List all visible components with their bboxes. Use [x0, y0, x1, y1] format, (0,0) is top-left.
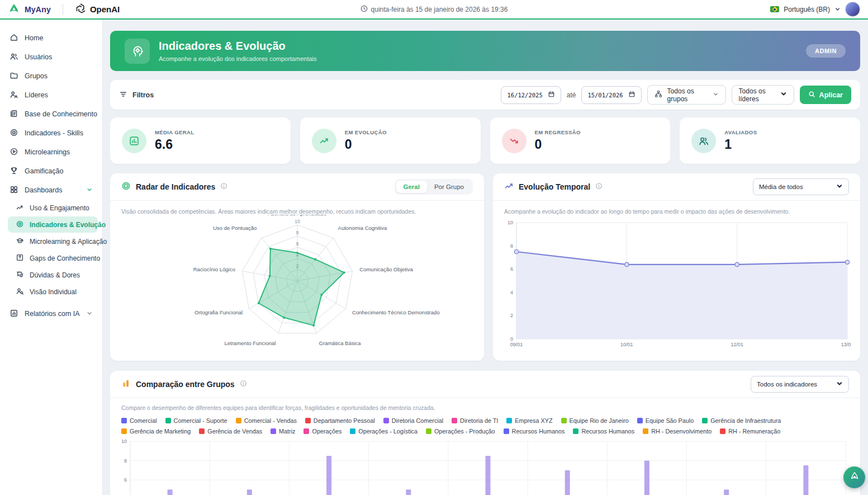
org-icon	[654, 90, 662, 100]
radar-description: Visão consolidada de competências. Áreas…	[119, 208, 475, 215]
evolution-metric-select[interactable]: Média de todos	[753, 178, 849, 195]
sidebar-item-uso-engajamento[interactable]: Uso & Engajamento	[8, 200, 98, 216]
date-from-input[interactable]: 16/12/2025	[501, 86, 561, 104]
legend-item[interactable]: Gerência de Infraestrutura	[702, 417, 781, 424]
toggle-geral[interactable]: Geral	[396, 181, 427, 193]
avatar[interactable]	[845, 2, 860, 17]
legend-item[interactable]: Gerência de Vendas	[199, 428, 262, 435]
chevron-down-icon	[713, 91, 719, 99]
legend-label: Comercial - Vendas	[244, 417, 297, 424]
trending-down-icon	[502, 129, 527, 153]
search-icon	[808, 91, 815, 100]
legend-item[interactable]: Operações - Logística	[350, 428, 418, 435]
legend-item[interactable]: Comercial - Vendas	[236, 417, 297, 424]
sidebar-item-dashboards[interactable]: Dashboards	[0, 181, 102, 200]
apply-button[interactable]: Aplicar	[800, 86, 851, 104]
stat-card-em-regressao: EM REGRESSÃO 0	[490, 117, 671, 164]
legend-item[interactable]: Operações	[303, 428, 341, 435]
home-icon	[10, 33, 18, 44]
legend-swatch	[383, 418, 389, 423]
folder-icon	[10, 71, 18, 82]
radar-chart: 246810Abertura ao AprendizadoAutonomia C…	[119, 215, 475, 351]
svg-text:Letramento Funcional: Letramento Funcional	[225, 340, 276, 346]
sidebar-item-grupos[interactable]: Grupos	[0, 67, 102, 86]
svg-text:0: 0	[510, 336, 513, 342]
clock-icon	[361, 5, 368, 14]
legend-item[interactable]: Equipe São Paulo	[637, 417, 694, 424]
users-icon	[10, 52, 18, 63]
legend-item[interactable]: Comercial	[121, 417, 157, 424]
radar-target-icon	[121, 181, 131, 193]
svg-text:10: 10	[121, 439, 127, 444]
sidebar-item-lideres[interactable]: Líderes	[0, 86, 102, 105]
graduation-cap-icon	[16, 237, 24, 247]
sidebar-item-microlearning-aplicacao[interactable]: Microlearning & Aplicação	[8, 233, 98, 249]
calendar-icon	[548, 91, 555, 99]
legend-label: Recursos Humanos	[512, 428, 565, 435]
legend-item[interactable]: Empresa XYZ	[506, 417, 552, 424]
legend-item[interactable]: Departamento Pessoal	[305, 417, 375, 424]
svg-text:Conhecimento Técnico Demonstra: Conhecimento Técnico Demonstrado	[352, 309, 440, 315]
language-selector[interactable]: Português (BR)	[784, 6, 830, 13]
admin-badge: ADMIN	[806, 44, 846, 58]
sidebar-item-gamificacao[interactable]: Gamificação	[0, 162, 102, 181]
legend-swatch	[506, 418, 512, 423]
play-circle-icon	[10, 147, 18, 158]
legend-item[interactable]: Comercial - Suporte	[165, 417, 227, 424]
sidebar-item-home[interactable]: Home	[0, 29, 102, 48]
myany-logo-icon	[848, 470, 861, 485]
legend-swatch	[504, 428, 509, 434]
legend-item[interactable]: Diretoria de TI	[452, 417, 498, 424]
sidebar-item-base-conhecimento[interactable]: Base de Conhecimento	[0, 105, 102, 124]
info-icon[interactable]	[595, 182, 603, 192]
indicator-select[interactable]: Todos os indicadores	[751, 376, 849, 393]
target-icon	[10, 128, 18, 139]
sidebar-item-microlearnings[interactable]: Microlearnings	[0, 143, 102, 162]
stat-value: 6.6	[155, 137, 195, 152]
groups-select[interactable]: Todos os grupos	[647, 85, 726, 105]
legend-item[interactable]: Gerência de Marketing	[121, 428, 191, 435]
info-icon[interactable]	[220, 182, 227, 192]
legend-item[interactable]: Operações - Produção	[426, 428, 495, 435]
legend-item[interactable]: RH - Desenvolvimento	[643, 428, 712, 435]
sidebar-item-usuarios[interactable]: Usuários	[0, 48, 102, 67]
leaders-select[interactable]: Todos os líderes	[732, 85, 794, 105]
chevron-down-icon[interactable]	[834, 4, 841, 15]
stats-row: MÉDIA GERAL 6.6 EM EVOLUÇÃO 0 EM REGRE	[110, 117, 860, 164]
sidebar-item-relatorios-ia[interactable]: Relatórios com IA	[0, 304, 102, 323]
sidebar-item-visao-individual[interactable]: Visão Individual	[8, 284, 98, 300]
legend-item[interactable]: Matriz	[271, 428, 295, 435]
legend-label: Empresa XYZ	[515, 417, 552, 424]
target-icon	[16, 220, 24, 230]
svg-text:Autonomia Cognitiva: Autonomia Cognitiva	[338, 225, 387, 231]
date-to-input[interactable]: 15/01/2026	[581, 86, 641, 104]
svg-text:4: 4	[510, 290, 513, 295]
stat-value: 0	[345, 137, 387, 152]
chevron-down-icon	[836, 183, 843, 191]
legend-swatch	[305, 418, 311, 423]
svg-text:6: 6	[510, 266, 513, 272]
legend-item[interactable]: Equipe Rio de Janeiro	[561, 417, 629, 424]
line-chart-icon	[504, 181, 514, 193]
filter-icon	[119, 90, 127, 100]
legend-item[interactable]: Recursos Humanos	[573, 428, 634, 435]
stat-label: AVALIADOS	[724, 129, 757, 135]
svg-text:6: 6	[124, 477, 127, 483]
legend-item[interactable]: Recursos Humanos	[504, 428, 565, 435]
legend-item[interactable]: Diretoria Comercial	[383, 417, 443, 424]
sidebar-item-indicadores-evolucao[interactable]: Indicadores & Evolução	[8, 216, 98, 233]
legend-swatch	[199, 428, 205, 434]
sidebar-item-indicadores-skills[interactable]: Indicadores - Skills	[0, 124, 102, 143]
info-icon[interactable]	[240, 379, 247, 389]
topbar: MyAny OpenAI quinta-feira às 15 de janei…	[0, 0, 868, 20]
assistant-fab[interactable]	[843, 466, 865, 488]
legend-label: Gerência de Vendas	[207, 428, 262, 435]
bar-chart-icon	[122, 129, 146, 153]
stat-label: EM EVOLUÇÃO	[345, 129, 387, 135]
legend-item[interactable]: RH - Remuneração	[720, 428, 780, 435]
sidebar-item-gaps-conhecimento[interactable]: Gaps de Conhecimento	[8, 250, 98, 266]
divider	[63, 4, 63, 15]
sidebar-item-duvidas-dores[interactable]: Dúvidas & Dores	[8, 267, 98, 283]
legend-swatch	[236, 418, 241, 423]
toggle-por-grupo[interactable]: Por Grupo	[427, 181, 471, 193]
